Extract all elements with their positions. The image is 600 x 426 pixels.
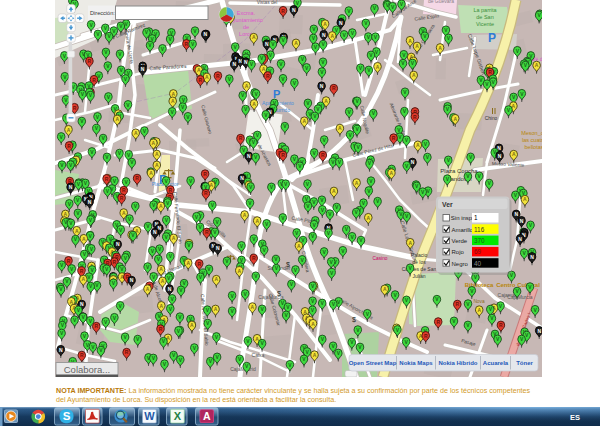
- svg-text:Colabora...: Colabora...: [64, 364, 110, 375]
- svg-text:370: 370: [474, 237, 485, 244]
- svg-text:Calle Granero: Calle Granero: [200, 105, 213, 135]
- svg-text:Ver: Ver: [442, 201, 453, 208]
- svg-text:Amarillo: Amarillo: [452, 227, 474, 233]
- svg-text:Dirección:: Dirección:: [90, 10, 115, 16]
- svg-text:Negro: Negro: [452, 261, 469, 267]
- svg-text:1: 1: [474, 214, 478, 221]
- svg-text:las cuatro: las cuatro: [522, 137, 542, 143]
- svg-text:Nova: Nova: [473, 299, 485, 304]
- svg-text:A: A: [203, 410, 211, 422]
- svg-text:bellotas: bellotas: [525, 144, 542, 150]
- svg-text:de: de: [243, 24, 249, 30]
- svg-text:P: P: [488, 31, 496, 45]
- svg-text:Open Street Map: Open Street Map: [349, 360, 397, 366]
- svg-text:Plaza Concha: Plaza Concha: [440, 168, 478, 174]
- svg-text:Rojo: Rojo: [452, 249, 465, 255]
- svg-text:Tóner: Tóner: [516, 360, 533, 366]
- svg-text:Sin insp.: Sin insp.: [451, 215, 474, 221]
- svg-text:Verde: Verde: [452, 238, 468, 244]
- svg-text:P: P: [273, 88, 280, 100]
- svg-text:$: $: [277, 290, 281, 297]
- svg-text:Vicente: Vicente: [476, 21, 494, 27]
- svg-text:S: S: [63, 411, 71, 423]
- svg-text:Calle Espín: Calle Espín: [414, 13, 439, 21]
- svg-text:$: $: [352, 316, 356, 323]
- svg-text:Palacio: Palacio: [411, 252, 428, 258]
- svg-text:Julián: Julián: [412, 273, 425, 279]
- svg-text:40: 40: [474, 260, 482, 267]
- svg-text:de los: de los: [412, 259, 426, 265]
- svg-text:Pasaje: Pasaje: [461, 338, 477, 347]
- svg-text:Caixa: Caixa: [252, 352, 265, 358]
- svg-text:$: $: [286, 261, 290, 268]
- svg-text:X: X: [174, 410, 182, 422]
- svg-text:Excma.: Excma.: [237, 10, 256, 16]
- svg-text:Chino: Chino: [485, 116, 498, 121]
- svg-text:116: 116: [474, 226, 485, 233]
- svg-text:de San: de San: [476, 14, 493, 20]
- svg-text:Casino: Casino: [373, 256, 388, 261]
- svg-text:W: W: [144, 410, 155, 422]
- svg-text:La parrita: La parrita: [473, 7, 497, 13]
- svg-text:69: 69: [474, 248, 482, 255]
- svg-text:Vistas del: Vistas del: [257, 0, 278, 5]
- svg-text:de Guevara: de Guevara: [428, 0, 454, 4]
- svg-text:Meson_de: Meson_de: [521, 130, 542, 136]
- svg-text:Acuarela: Acuarela: [483, 360, 509, 366]
- svg-text:Nokia Maps: Nokia Maps: [399, 360, 433, 366]
- svg-text:ES: ES: [570, 413, 580, 422]
- svg-text:Nokia Híbrido: Nokia Híbrido: [438, 360, 477, 366]
